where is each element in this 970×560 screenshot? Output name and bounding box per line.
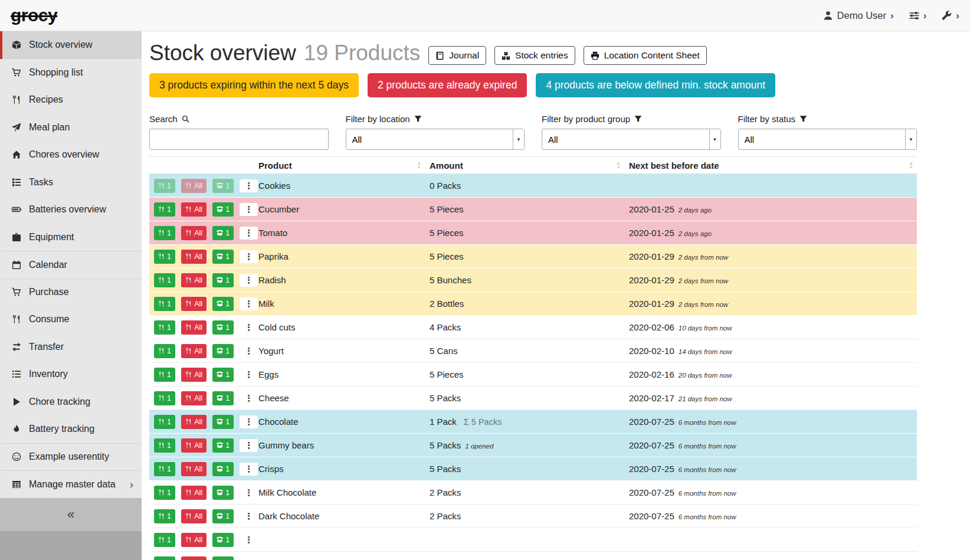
consume-one-button[interactable]: 1 (154, 344, 175, 358)
consume-all-button[interactable]: All (181, 415, 207, 429)
consume-one-button[interactable]: 1 (154, 533, 175, 547)
sidebar-item-batteries-overview[interactable]: Batteries overview (0, 196, 142, 224)
consume-all-button[interactable]: All (181, 368, 207, 382)
row-menu-button[interactable]: ⋮ (240, 227, 258, 240)
consume-all-button[interactable]: All (181, 486, 207, 500)
consume-one-button[interactable]: 1 (154, 509, 175, 523)
row-menu-button[interactable]: ⋮ (240, 486, 258, 499)
row-menu-button[interactable]: ⋮ (240, 250, 258, 263)
row-menu-button[interactable]: ⋮ (240, 392, 258, 405)
consume-all-button[interactable]: All (181, 391, 207, 405)
consume-one-button[interactable]: 1 (154, 320, 175, 335)
consume-all-button[interactable]: All (181, 533, 207, 547)
row-menu-button[interactable]: ⋮ (240, 297, 258, 310)
sidebar-item-inventory[interactable]: Inventory (0, 361, 142, 388)
consume-all-button[interactable]: All (181, 509, 207, 523)
sidebar-item-calendar[interactable]: Calendar (0, 251, 142, 279)
status-select[interactable]: All (738, 129, 917, 150)
open-one-button[interactable]: 1 (212, 533, 234, 547)
consume-all-button[interactable]: All (181, 226, 207, 240)
consume-one-button[interactable]: 1 (154, 391, 175, 405)
open-one-button[interactable]: 1 (212, 438, 234, 453)
open-one-button[interactable]: 1 (212, 462, 234, 476)
consume-all-button[interactable]: All (181, 202, 207, 217)
consume-one-button[interactable]: 1 (154, 202, 175, 217)
below-min-stock-banner[interactable]: 4 products are below defined min. stock … (536, 73, 775, 97)
consume-all-button[interactable]: All (181, 344, 207, 358)
sidebar-item-meal-plan[interactable]: Meal plan (0, 114, 142, 142)
consume-all-button[interactable]: All (181, 438, 207, 453)
sort-icon[interactable]: ▲▼ (909, 162, 913, 169)
open-one-button[interactable]: 1 (212, 415, 234, 429)
consume-one-button[interactable]: 1 (154, 226, 175, 240)
open-one-button[interactable]: 1 (212, 320, 234, 335)
open-one-button[interactable]: 1 (212, 179, 234, 193)
row-menu-button[interactable]: ⋮ (240, 415, 258, 428)
location-content-sheet-button[interactable]: Location Content Sheet (584, 46, 707, 65)
sidebar-item-transfer[interactable]: Transfer (0, 333, 142, 361)
row-menu-button[interactable]: ⋮ (240, 274, 258, 287)
journal-button[interactable]: Journal (428, 46, 486, 65)
row-menu-button[interactable]: ⋮ (240, 533, 258, 546)
sidebar-item-recipes[interactable]: Recipes (0, 86, 142, 114)
consume-all-button[interactable]: All (181, 556, 207, 560)
search-input[interactable] (149, 129, 329, 150)
open-one-button[interactable]: 1 (212, 226, 234, 240)
consume-one-button[interactable]: 1 (154, 250, 175, 264)
consume-all-button[interactable]: All (181, 273, 207, 287)
open-one-button[interactable]: 1 (212, 368, 234, 382)
sidebar-item-example-userentity[interactable]: Example userentity (0, 443, 142, 471)
open-one-button[interactable]: 1 (212, 297, 234, 311)
sidebar-item-shopping-list[interactable]: Shopping list (0, 59, 142, 87)
sidebar-item-tasks[interactable]: Tasks (0, 169, 142, 197)
open-one-button[interactable]: 1 (212, 391, 234, 405)
open-one-button[interactable]: 1 (212, 250, 234, 264)
row-menu-button[interactable]: ⋮ (240, 557, 258, 560)
consume-all-button[interactable]: All (181, 462, 207, 476)
open-one-button[interactable]: 1 (212, 556, 234, 560)
stock-entries-button[interactable]: Stock entries (494, 46, 575, 65)
consume-one-button[interactable]: 1 (154, 415, 175, 429)
row-menu-button[interactable]: ⋮ (240, 345, 258, 358)
sidebar-item-manage-master-data[interactable]: Manage master data › (0, 470, 142, 498)
sidebar-item-consume[interactable]: Consume (0, 306, 142, 333)
expiring-banner[interactable]: 3 products expiring within the next 5 da… (149, 73, 359, 97)
sort-icon[interactable]: ▲▼ (417, 162, 421, 169)
row-menu-button[interactable]: ⋮ (240, 179, 258, 192)
expired-banner[interactable]: 2 products are already expired (368, 73, 527, 97)
row-menu-button[interactable]: ⋮ (240, 203, 258, 216)
consume-one-button[interactable]: 1 (154, 438, 175, 453)
sidebar-collapse-button[interactable]: « (0, 498, 142, 531)
sidebar-item-purchase[interactable]: Purchase (0, 279, 142, 306)
consume-all-button[interactable]: All (181, 297, 207, 311)
row-menu-button[interactable]: ⋮ (240, 463, 258, 476)
consume-one-button[interactable]: 1 (154, 486, 175, 500)
sidebar-item-chores-overview[interactable]: Chores overview (0, 141, 142, 169)
open-one-button[interactable]: 1 (212, 202, 234, 217)
consume-one-button[interactable]: 1 (154, 273, 175, 287)
consume-one-button[interactable]: 1 (154, 368, 175, 382)
user-menu[interactable]: Demo User › (823, 10, 894, 21)
consume-all-button[interactable]: All (181, 179, 207, 193)
product-group-select[interactable]: All (542, 129, 721, 150)
row-menu-button[interactable]: ⋮ (240, 321, 258, 334)
settings-menu[interactable]: › (909, 11, 927, 21)
consume-all-button[interactable]: All (181, 320, 207, 335)
consume-one-button[interactable]: 1 (154, 556, 175, 560)
consume-all-button[interactable]: All (181, 250, 207, 264)
open-one-button[interactable]: 1 (212, 344, 234, 358)
sort-icon[interactable]: ▲▼ (617, 162, 621, 169)
admin-menu[interactable]: › (942, 11, 959, 21)
sidebar-item-battery-tracking[interactable]: Battery tracking (0, 415, 142, 443)
consume-one-button[interactable]: 1 (154, 462, 175, 476)
row-menu-button[interactable]: ⋮ (240, 368, 258, 381)
consume-one-button[interactable]: 1 (154, 179, 175, 193)
open-one-button[interactable]: 1 (212, 509, 234, 523)
open-one-button[interactable]: 1 (212, 486, 234, 500)
open-one-button[interactable]: 1 (212, 273, 234, 287)
row-menu-button[interactable]: ⋮ (240, 510, 258, 523)
sidebar-item-stock-overview[interactable]: Stock overview (0, 31, 142, 59)
sidebar-item-chore-tracking[interactable]: Chore tracking (0, 388, 142, 416)
row-menu-button[interactable]: ⋮ (240, 439, 258, 452)
sidebar-item-equipment[interactable]: Equipment (0, 224, 142, 251)
